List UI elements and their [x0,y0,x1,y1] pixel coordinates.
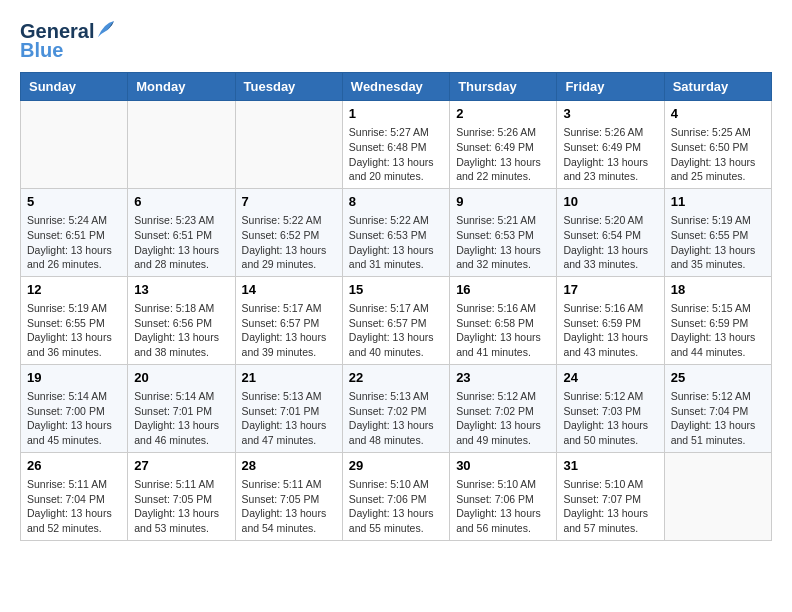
day-info: Sunrise: 5:12 AM Sunset: 7:02 PM Dayligh… [456,389,550,448]
calendar-cell: 2Sunrise: 5:26 AM Sunset: 6:49 PM Daylig… [450,101,557,189]
calendar-cell [664,452,771,540]
calendar-week-4: 19Sunrise: 5:14 AM Sunset: 7:00 PM Dayli… [21,364,772,452]
calendar-cell: 26Sunrise: 5:11 AM Sunset: 7:04 PM Dayli… [21,452,128,540]
calendar-cell: 27Sunrise: 5:11 AM Sunset: 7:05 PM Dayli… [128,452,235,540]
calendar-cell: 12Sunrise: 5:19 AM Sunset: 6:55 PM Dayli… [21,276,128,364]
calendar-cell: 5Sunrise: 5:24 AM Sunset: 6:51 PM Daylig… [21,188,128,276]
day-number: 18 [671,281,765,299]
day-info: Sunrise: 5:24 AM Sunset: 6:51 PM Dayligh… [27,213,121,272]
calendar-header-thursday: Thursday [450,73,557,101]
day-number: 14 [242,281,336,299]
day-number: 9 [456,193,550,211]
day-number: 29 [349,457,443,475]
day-info: Sunrise: 5:11 AM Sunset: 7:04 PM Dayligh… [27,477,121,536]
calendar-cell: 23Sunrise: 5:12 AM Sunset: 7:02 PM Dayli… [450,364,557,452]
calendar-cell: 6Sunrise: 5:23 AM Sunset: 6:51 PM Daylig… [128,188,235,276]
calendar-header-wednesday: Wednesday [342,73,449,101]
day-info: Sunrise: 5:17 AM Sunset: 6:57 PM Dayligh… [242,301,336,360]
calendar-cell [128,101,235,189]
day-number: 6 [134,193,228,211]
day-info: Sunrise: 5:22 AM Sunset: 6:53 PM Dayligh… [349,213,443,272]
day-info: Sunrise: 5:11 AM Sunset: 7:05 PM Dayligh… [242,477,336,536]
calendar-week-3: 12Sunrise: 5:19 AM Sunset: 6:55 PM Dayli… [21,276,772,364]
page-header: General Blue [20,20,772,62]
day-number: 24 [563,369,657,387]
day-number: 21 [242,369,336,387]
day-number: 16 [456,281,550,299]
calendar-cell: 28Sunrise: 5:11 AM Sunset: 7:05 PM Dayli… [235,452,342,540]
day-number: 22 [349,369,443,387]
day-info: Sunrise: 5:10 AM Sunset: 7:07 PM Dayligh… [563,477,657,536]
calendar-cell: 14Sunrise: 5:17 AM Sunset: 6:57 PM Dayli… [235,276,342,364]
day-info: Sunrise: 5:21 AM Sunset: 6:53 PM Dayligh… [456,213,550,272]
day-number: 5 [27,193,121,211]
calendar-cell: 25Sunrise: 5:12 AM Sunset: 7:04 PM Dayli… [664,364,771,452]
day-info: Sunrise: 5:25 AM Sunset: 6:50 PM Dayligh… [671,125,765,184]
day-number: 10 [563,193,657,211]
logo: General Blue [20,20,116,62]
day-info: Sunrise: 5:19 AM Sunset: 6:55 PM Dayligh… [27,301,121,360]
calendar-cell: 4Sunrise: 5:25 AM Sunset: 6:50 PM Daylig… [664,101,771,189]
day-info: Sunrise: 5:12 AM Sunset: 7:04 PM Dayligh… [671,389,765,448]
calendar-header-row: SundayMondayTuesdayWednesdayThursdayFrid… [21,73,772,101]
calendar-header-friday: Friday [557,73,664,101]
calendar-cell: 18Sunrise: 5:15 AM Sunset: 6:59 PM Dayli… [664,276,771,364]
calendar-cell: 8Sunrise: 5:22 AM Sunset: 6:53 PM Daylig… [342,188,449,276]
calendar-cell: 31Sunrise: 5:10 AM Sunset: 7:07 PM Dayli… [557,452,664,540]
day-info: Sunrise: 5:18 AM Sunset: 6:56 PM Dayligh… [134,301,228,360]
day-number: 30 [456,457,550,475]
day-number: 12 [27,281,121,299]
day-info: Sunrise: 5:14 AM Sunset: 7:01 PM Dayligh… [134,389,228,448]
day-number: 2 [456,105,550,123]
day-number: 23 [456,369,550,387]
day-info: Sunrise: 5:10 AM Sunset: 7:06 PM Dayligh… [456,477,550,536]
calendar-cell: 15Sunrise: 5:17 AM Sunset: 6:57 PM Dayli… [342,276,449,364]
day-number: 11 [671,193,765,211]
calendar-cell: 10Sunrise: 5:20 AM Sunset: 6:54 PM Dayli… [557,188,664,276]
day-number: 25 [671,369,765,387]
day-info: Sunrise: 5:27 AM Sunset: 6:48 PM Dayligh… [349,125,443,184]
day-number: 26 [27,457,121,475]
calendar-cell: 13Sunrise: 5:18 AM Sunset: 6:56 PM Dayli… [128,276,235,364]
day-number: 17 [563,281,657,299]
day-number: 8 [349,193,443,211]
day-info: Sunrise: 5:26 AM Sunset: 6:49 PM Dayligh… [563,125,657,184]
calendar-cell: 19Sunrise: 5:14 AM Sunset: 7:00 PM Dayli… [21,364,128,452]
calendar-header-monday: Monday [128,73,235,101]
day-number: 4 [671,105,765,123]
logo-bird-icon [96,19,116,41]
day-info: Sunrise: 5:20 AM Sunset: 6:54 PM Dayligh… [563,213,657,272]
calendar-cell: 24Sunrise: 5:12 AM Sunset: 7:03 PM Dayli… [557,364,664,452]
calendar-header-tuesday: Tuesday [235,73,342,101]
calendar-cell: 9Sunrise: 5:21 AM Sunset: 6:53 PM Daylig… [450,188,557,276]
calendar-cell: 3Sunrise: 5:26 AM Sunset: 6:49 PM Daylig… [557,101,664,189]
day-info: Sunrise: 5:15 AM Sunset: 6:59 PM Dayligh… [671,301,765,360]
logo-blue-text: Blue [20,39,63,62]
day-number: 31 [563,457,657,475]
day-info: Sunrise: 5:13 AM Sunset: 7:02 PM Dayligh… [349,389,443,448]
day-info: Sunrise: 5:16 AM Sunset: 6:59 PM Dayligh… [563,301,657,360]
day-info: Sunrise: 5:26 AM Sunset: 6:49 PM Dayligh… [456,125,550,184]
calendar-week-5: 26Sunrise: 5:11 AM Sunset: 7:04 PM Dayli… [21,452,772,540]
calendar-cell: 16Sunrise: 5:16 AM Sunset: 6:58 PM Dayli… [450,276,557,364]
calendar-cell [21,101,128,189]
calendar-week-1: 1Sunrise: 5:27 AM Sunset: 6:48 PM Daylig… [21,101,772,189]
day-number: 28 [242,457,336,475]
calendar-cell: 29Sunrise: 5:10 AM Sunset: 7:06 PM Dayli… [342,452,449,540]
day-number: 7 [242,193,336,211]
day-number: 3 [563,105,657,123]
calendar-cell: 21Sunrise: 5:13 AM Sunset: 7:01 PM Dayli… [235,364,342,452]
calendar-cell: 22Sunrise: 5:13 AM Sunset: 7:02 PM Dayli… [342,364,449,452]
day-info: Sunrise: 5:12 AM Sunset: 7:03 PM Dayligh… [563,389,657,448]
day-number: 20 [134,369,228,387]
day-number: 13 [134,281,228,299]
day-info: Sunrise: 5:17 AM Sunset: 6:57 PM Dayligh… [349,301,443,360]
calendar-cell: 11Sunrise: 5:19 AM Sunset: 6:55 PM Dayli… [664,188,771,276]
calendar-table: SundayMondayTuesdayWednesdayThursdayFrid… [20,72,772,541]
calendar-header-saturday: Saturday [664,73,771,101]
day-info: Sunrise: 5:11 AM Sunset: 7:05 PM Dayligh… [134,477,228,536]
calendar-cell [235,101,342,189]
day-number: 27 [134,457,228,475]
day-number: 19 [27,369,121,387]
calendar-week-2: 5Sunrise: 5:24 AM Sunset: 6:51 PM Daylig… [21,188,772,276]
